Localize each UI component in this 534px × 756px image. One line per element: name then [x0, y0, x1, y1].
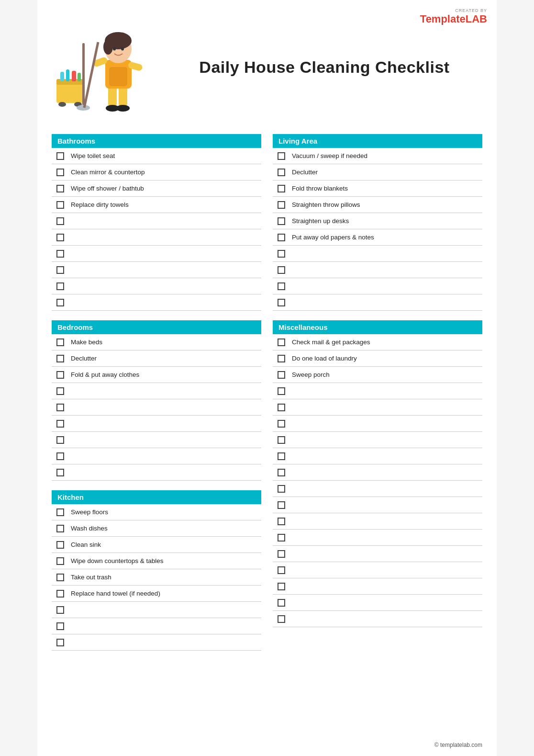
checkbox[interactable]: [56, 469, 64, 476]
left-column: Bathrooms Wipe toilet seat Clean mirror …: [52, 134, 261, 651]
checkbox[interactable]: [56, 355, 64, 362]
list-item: [52, 229, 261, 246]
checkbox[interactable]: [56, 387, 64, 395]
checkbox[interactable]: [56, 541, 64, 549]
checkbox[interactable]: [56, 299, 64, 306]
checkbox[interactable]: [278, 339, 285, 346]
item-text: Replace hand towel (if needed): [71, 590, 160, 597]
checkbox[interactable]: [278, 436, 285, 444]
list-item: [273, 432, 482, 448]
list-item: Vacuum / sweep if needed: [273, 148, 482, 164]
checkbox[interactable]: [56, 404, 64, 411]
checkbox[interactable]: [56, 557, 64, 565]
checkbox[interactable]: [278, 420, 285, 428]
list-item: [52, 618, 261, 634]
list-item: [273, 562, 482, 578]
item-text: Straighten throw pillows: [292, 201, 360, 208]
list-item: Replace dirty towels: [52, 197, 261, 213]
item-text: Fold throw blankets: [292, 185, 348, 192]
item-text: Clean mirror & countertop: [71, 169, 145, 176]
checkbox[interactable]: [278, 615, 285, 623]
checkbox[interactable]: [278, 550, 285, 558]
checkbox[interactable]: [278, 185, 285, 192]
brand-name: TemplateLAB: [420, 13, 487, 25]
list-item: [52, 246, 261, 262]
list-item: Put away old papers & notes: [273, 229, 482, 246]
section-bathrooms: Bathrooms Wipe toilet seat Clean mirror …: [52, 134, 261, 311]
checkbox[interactable]: [56, 371, 64, 379]
checkbox[interactable]: [56, 622, 64, 630]
checkbox[interactable]: [278, 583, 285, 590]
checkbox[interactable]: [278, 355, 285, 362]
checkbox[interactable]: [278, 234, 285, 241]
checkbox[interactable]: [56, 185, 64, 192]
checkbox[interactable]: [278, 404, 285, 411]
item-text: Wash dishes: [71, 525, 108, 532]
checkbox[interactable]: [278, 387, 285, 395]
checkbox[interactable]: [278, 282, 285, 290]
list-item: [273, 578, 482, 595]
list-item: [273, 448, 482, 464]
checkbox[interactable]: [278, 169, 285, 176]
item-text: Vacuum / sweep if needed: [292, 152, 367, 159]
checkbox[interactable]: [278, 452, 285, 460]
checkbox[interactable]: [56, 201, 64, 209]
list-item: Wipe off shower / bathtub: [52, 181, 261, 197]
section-living-area: Living Area Vacuum / sweep if needed Dec…: [273, 134, 482, 311]
svg-rect-15: [109, 67, 127, 86]
checkbox[interactable]: [278, 599, 285, 607]
footer-text: © templatelab.com: [434, 742, 482, 748]
list-item: [52, 448, 261, 464]
list-item: [52, 294, 261, 311]
list-item: Wipe toilet seat: [52, 148, 261, 164]
svg-point-2: [58, 102, 66, 107]
header-illustration: [52, 14, 167, 120]
checkbox[interactable]: [278, 469, 285, 476]
checkbox[interactable]: [278, 201, 285, 209]
checkbox[interactable]: [56, 266, 64, 274]
item-text: Fold & put away clothes: [71, 371, 139, 378]
checkbox[interactable]: [56, 169, 64, 176]
checkbox[interactable]: [278, 485, 285, 493]
checkbox[interactable]: [56, 420, 64, 428]
checkbox[interactable]: [278, 534, 285, 542]
checkbox[interactable]: [278, 501, 285, 509]
item-text: Clean sink: [71, 541, 101, 548]
checkbox[interactable]: [278, 299, 285, 306]
section-header-bathrooms: Bathrooms: [52, 134, 261, 148]
brand-part1: Template: [420, 13, 466, 25]
checkbox[interactable]: [278, 566, 285, 574]
checkbox[interactable]: [56, 250, 64, 258]
list-item: [273, 513, 482, 530]
list-item: Wipe down countertops & tables: [52, 553, 261, 569]
item-text: Sweep floors: [71, 508, 108, 516]
checkbox[interactable]: [56, 590, 64, 598]
checkbox[interactable]: [278, 217, 285, 225]
checkbox[interactable]: [56, 339, 64, 346]
checkbox[interactable]: [56, 217, 64, 225]
item-text: Take out trash: [71, 574, 111, 581]
item-text: Check mail & get packages: [292, 339, 370, 346]
svg-point-21: [113, 47, 116, 51]
checkbox[interactable]: [278, 250, 285, 258]
checkbox[interactable]: [56, 606, 64, 614]
item-text: Declutter: [71, 355, 97, 362]
item-text: Wipe toilet seat: [71, 152, 115, 159]
checkbox[interactable]: [278, 152, 285, 160]
checkbox[interactable]: [56, 639, 64, 646]
checkbox[interactable]: [56, 508, 64, 516]
checkbox[interactable]: [278, 371, 285, 379]
checkbox[interactable]: [56, 574, 64, 581]
list-item: [52, 262, 261, 278]
checkbox[interactable]: [56, 525, 64, 532]
checkbox[interactable]: [278, 266, 285, 274]
checkbox[interactable]: [56, 452, 64, 460]
checkbox[interactable]: [56, 436, 64, 444]
svg-rect-7: [78, 73, 81, 81]
checkbox[interactable]: [56, 282, 64, 290]
checkbox[interactable]: [278, 518, 285, 525]
list-item: Clean sink: [52, 537, 261, 553]
checkbox[interactable]: [56, 234, 64, 241]
svg-rect-5: [66, 69, 69, 81]
checkbox[interactable]: [56, 152, 64, 160]
